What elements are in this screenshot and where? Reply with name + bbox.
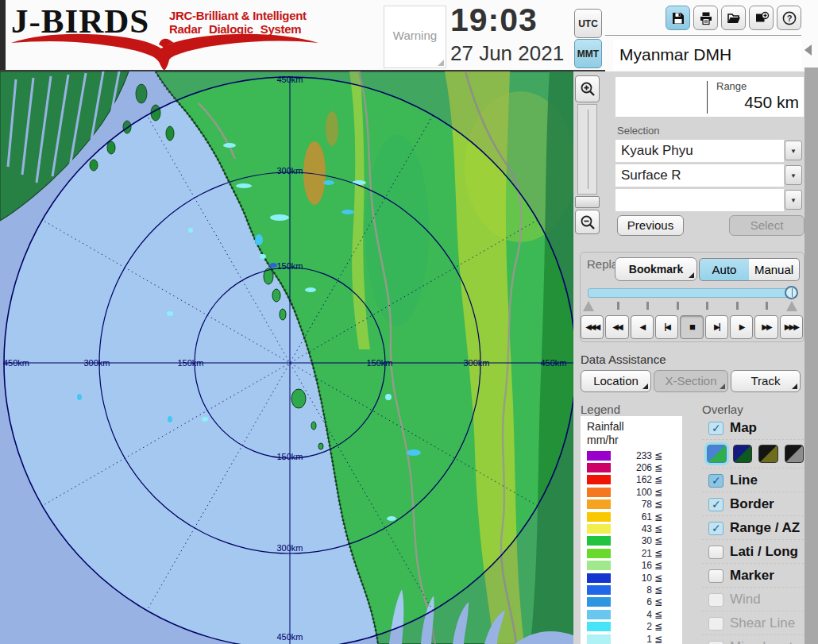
legend-row: 61 ≦ [581, 511, 682, 523]
utc-button[interactable]: UTC [574, 9, 602, 38]
zoom-slider-track[interactable] [577, 104, 597, 195]
legend-row: 21 ≦ [581, 547, 682, 559]
slider-tick [617, 302, 619, 310]
svg-text:300km: 300km [276, 543, 303, 553]
option-dropdown-arrow-icon[interactable]: ▼ [785, 190, 802, 210]
overlay-checkbox-map[interactable] [708, 422, 723, 435]
radar-map-display[interactable]: 450km 300km 150km 150km 300km 450km 450k… [0, 71, 573, 644]
panel-collapse-arrow-icon[interactable] [804, 44, 812, 56]
step-back-button[interactable]: |◀ [655, 315, 678, 339]
overlay-checkbox-border[interactable] [708, 498, 723, 511]
print-icon [698, 10, 714, 26]
overlay-checkbox-marker[interactable] [708, 569, 723, 583]
legend-color-swatch [587, 524, 611, 534]
bookmark-button[interactable]: Bookmark [615, 257, 697, 281]
replay-range-end-marker[interactable] [786, 301, 797, 311]
jump-end-button[interactable]: ▶▶▶ [780, 315, 803, 339]
save-button[interactable] [666, 6, 690, 30]
previous-button[interactable]: Previous [617, 215, 684, 236]
map-style-swatch-4[interactable] [785, 445, 804, 463]
station-name: Myanmar DMH [619, 45, 731, 64]
help-icon: ? [781, 10, 797, 26]
jump-start-button[interactable]: ◀◀◀ [581, 315, 604, 339]
legend-color-swatch [587, 499, 611, 509]
legend-panel: Rainfall mm/hr 233 ≦ 206 ≦ 162 ≦ 100 ≦ 7… [581, 416, 682, 644]
legend-color-swatch [587, 573, 611, 583]
open-folder-button[interactable] [721, 6, 746, 30]
product-dropdown[interactable]: Surface R [615, 164, 784, 187]
overlay-label: Overlay [702, 403, 743, 416]
overlay-label-range-az: Range / AZ [730, 520, 800, 536]
overlay-checkbox-wind [708, 593, 723, 607]
legend-color-swatch [587, 597, 611, 607]
overlay-checkbox-line[interactable] [708, 474, 723, 488]
fast-forward-button[interactable]: ▶▶ [754, 315, 777, 339]
overlay-row: Line [702, 468, 804, 492]
manual-button[interactable]: Manual [749, 258, 800, 281]
replay-group: Replay Bookmark Auto Manual ◀◀◀◀◀◀|◀■▶|▶… [580, 252, 804, 342]
legend-row: 16 ≦ [581, 560, 682, 572]
replay-slider-handle[interactable] [785, 286, 798, 299]
track-button[interactable]: Track [731, 370, 801, 392]
legend-color-swatch [587, 610, 611, 619]
site-dropdown[interactable]: Kyauk Phyu [615, 140, 784, 162]
location-button[interactable]: Location [581, 370, 651, 392]
select-button[interactable]: Select [729, 215, 804, 236]
zoom-out-button[interactable] [575, 210, 600, 234]
legend-color-swatch [587, 488, 611, 497]
auto-button[interactable]: Auto [699, 258, 750, 281]
open-folder-icon [726, 10, 742, 26]
svg-text:300km: 300km [276, 166, 303, 175]
overlay-row: Shear Line [702, 611, 804, 634]
mmt-button[interactable]: MMT [574, 39, 602, 68]
legend-color-swatch [587, 475, 611, 484]
legend-color-swatch [587, 463, 611, 472]
overlay-checkbox-lati-long[interactable] [708, 546, 723, 559]
svg-text:450km: 450km [540, 358, 566, 368]
site-dropdown-arrow-icon[interactable]: ▼ [785, 141, 802, 160]
legend-lte-symbol: ≦ [654, 548, 662, 559]
overlay-label-marker: Marker [730, 568, 774, 584]
step-forward-button[interactable]: ▶| [705, 315, 728, 339]
right-edge-band [804, 67, 818, 644]
option-dropdown[interactable] [615, 189, 784, 211]
window-edge [0, 0, 6, 70]
print-button[interactable] [693, 6, 718, 30]
play-button[interactable]: ▶ [730, 315, 753, 339]
legend-value: 206 [611, 462, 652, 473]
add-image-button[interactable] [749, 6, 774, 30]
radar-map-svg: 450km 300km 150km 150km 300km 450km 450k… [0, 71, 573, 644]
svg-text:150km: 150km [276, 261, 303, 271]
rewind-button[interactable]: ◀ [631, 315, 654, 339]
map-style-swatch-1[interactable] [707, 445, 727, 463]
overlay-checkbox-shear-line [708, 617, 723, 631]
legend-lte-symbol: ≦ [654, 621, 662, 632]
product-dropdown-arrow-icon[interactable]: ▼ [785, 165, 802, 185]
overlay-checkbox-range-az[interactable] [708, 522, 723, 535]
zoom-in-button[interactable] [575, 75, 600, 102]
stop-button[interactable]: ■ [680, 315, 703, 339]
jbirds-window: 450km 300km 150km 150km 300km 450km 450k… [0, 0, 818, 644]
legend-row: 43 ≦ [581, 523, 682, 534]
legend-label: Legend [581, 403, 620, 416]
svg-text:150km: 150km [276, 452, 303, 461]
help-button[interactable]: ? [777, 6, 801, 30]
clock-time: 19:03 [450, 2, 538, 39]
replay-range-start-marker[interactable] [583, 301, 594, 311]
map-style-swatch-3[interactable] [758, 445, 778, 463]
legend-value: 30 [611, 535, 652, 546]
overlay-row: Microburst [702, 634, 804, 644]
replay-slider-track[interactable] [588, 288, 797, 298]
svg-text:150km: 150km [366, 358, 392, 368]
legend-row: 206 ≦ [581, 461, 682, 473]
legend-lte-symbol: ≦ [654, 535, 662, 546]
legend-color-swatch [587, 512, 611, 522]
warning-button[interactable]: Warning [384, 6, 446, 68]
map-style-swatch-2[interactable] [733, 445, 753, 463]
xsection-button[interactable]: X-Section [654, 370, 728, 392]
fast-rewind-button[interactable]: ◀◀ [605, 315, 628, 339]
zoom-slider-handle[interactable] [575, 196, 600, 208]
data-assistance-label: Data Assistance [581, 353, 666, 366]
map-style-selector [702, 439, 804, 468]
station-title: Myanmar DMH [613, 40, 801, 70]
